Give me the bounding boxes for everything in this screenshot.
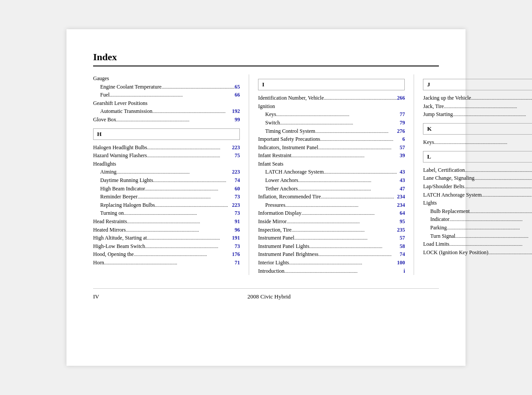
entry-text: Aiming	[100, 168, 117, 176]
entry-number: 43	[399, 176, 405, 185]
entry-number: 73	[235, 193, 240, 201]
list-item: Lap/Shoulder Belts .....................…	[423, 182, 532, 191]
entry-text: Label, Certification	[423, 166, 465, 174]
entry-text: Inside Mirror	[258, 217, 286, 226]
entry-number: 96	[235, 226, 240, 234]
entry-text: Introduction	[258, 267, 284, 275]
entry-number: 71	[235, 259, 240, 267]
entry-text: Reminder Beeper	[100, 193, 137, 201]
entry-number: 60	[235, 185, 240, 193]
list-item: Headlights	[93, 160, 240, 168]
list-item: Jack, Tire .............................…	[423, 102, 532, 111]
entry-number: 6	[402, 135, 405, 143]
list-item: Timing Control System ..................…	[258, 127, 405, 136]
list-item: Indicators, Instrument Panel ...........…	[258, 143, 405, 152]
entry-dots: ........................................…	[155, 201, 232, 209]
entry-text: Automatic Transmission	[100, 107, 153, 116]
footer-left: IV	[93, 293, 99, 300]
entry-dots: ........................................…	[124, 209, 235, 217]
list-item: Pressures ..............................…	[258, 201, 405, 209]
entry-dots: ........................................…	[147, 152, 235, 159]
entry-text: Indicators, Instrument Panel	[258, 143, 318, 152]
entry-text: Halogen Headlight Bulbs	[93, 143, 147, 152]
entry-text: LATCH Anchorage System	[265, 168, 324, 176]
list-item: Engine Coolant Temperature .............…	[93, 83, 240, 91]
list-item: Information Display ....................…	[258, 209, 405, 217]
entry-number: 176	[232, 250, 240, 259]
entry-text: High Beam Indicator	[100, 185, 145, 193]
entry-text: Ignition	[258, 102, 275, 111]
list-item: Ignition	[258, 102, 405, 111]
page: Index GaugesEngine Coolant Temperature .…	[66, 29, 466, 366]
entry-dots: ........................................…	[434, 139, 532, 146]
entry-text: Head Restraints	[93, 217, 127, 226]
list-item: Introduction ...........................…	[258, 267, 405, 275]
entry-number: 266	[397, 94, 405, 102]
title-rule	[93, 66, 439, 66]
list-item: Important Safety Precautions ...........…	[258, 135, 405, 143]
entry-text: Jump Starting	[423, 110, 453, 119]
entry-number: 39	[399, 151, 405, 160]
entry-text: Engine Coolant Temperature	[100, 83, 161, 91]
entry-dots: ........................................…	[104, 259, 235, 267]
content-columns: GaugesEngine Coolant Temperature .......…	[93, 74, 439, 275]
entry-dots: ........................................…	[292, 226, 397, 234]
entry-text: Lap/Shoulder Belts	[423, 182, 464, 191]
entry-number: 79	[399, 119, 405, 127]
entry-number: 95	[399, 217, 405, 226]
list-item: Infant Seats	[258, 160, 405, 168]
section-header: H	[93, 128, 240, 140]
entry-dots: ........................................…	[145, 243, 235, 250]
list-item: Automatic Transmission .................…	[93, 107, 240, 116]
entry-number: 57	[399, 234, 405, 242]
entry-text: Glove Box	[93, 116, 116, 124]
entry-dots: ........................................…	[465, 167, 532, 174]
entry-text: Lane Change, Signaling	[423, 174, 474, 182]
entry-dots: ........................................…	[298, 185, 400, 193]
entry-text: Timing Control System	[265, 127, 315, 136]
entry-dots: ........................................…	[286, 201, 397, 209]
list-item: Heated Mirrors .........................…	[93, 226, 240, 234]
entry-text: Instrument Panel	[258, 234, 294, 242]
list-item: Fuel ...................................…	[93, 91, 240, 99]
entry-text: High Altitude, Starting at	[93, 234, 147, 242]
entry-dots: ........................................…	[449, 240, 532, 248]
list-item: Load Limits ............................…	[423, 240, 532, 248]
list-item: Aiming .................................…	[93, 168, 240, 176]
page-title: Index	[93, 51, 439, 63]
entry-number: 276	[397, 127, 405, 136]
entry-number: 73	[235, 209, 240, 217]
entry-text: Heated Mirrors	[93, 226, 126, 234]
entry-number: 223	[232, 143, 240, 152]
list-item: Interior Lights ........................…	[258, 259, 405, 267]
entry-text: Horn	[93, 259, 104, 267]
entry-dots: ........................................…	[280, 119, 400, 127]
entry-dots: ........................................…	[488, 249, 532, 256]
list-item: Glove Box ..............................…	[93, 116, 240, 124]
entry-text: Turning on	[100, 209, 124, 217]
entry-number: 77	[399, 110, 405, 119]
entry-text: Replacing Halogen Bulbs	[100, 201, 155, 209]
entry-dots: ........................................…	[309, 243, 400, 250]
entry-dots: ........................................…	[474, 174, 532, 182]
entry-text: Infant Restraint	[258, 151, 291, 160]
entry-number: 73	[235, 242, 240, 251]
col1: GaugesEngine Coolant Temperature .......…	[93, 74, 249, 275]
entry-text: Bulb Replacement	[430, 207, 469, 216]
entry-dots: ........................................…	[321, 193, 397, 201]
entry-dots: ........................................…	[481, 191, 532, 199]
entry-text: Gearshift Lever Positions	[93, 99, 148, 108]
section-header: L	[423, 151, 532, 163]
entry-dots: ........................................…	[117, 168, 232, 176]
entry-number: 91	[235, 217, 240, 226]
entry-dots: ........................................…	[110, 91, 235, 99]
entry-dots: ........................................…	[285, 267, 404, 275]
entry-number: i	[403, 267, 405, 275]
entry-text: Switch	[265, 119, 280, 127]
entry-number: 74	[399, 250, 405, 259]
list-item: Instrument Panel .......................…	[258, 234, 405, 242]
list-item: Inspection, Tire .......................…	[258, 226, 405, 234]
list-item: Horn ...................................…	[93, 259, 240, 267]
entry-dots: ........................................…	[447, 224, 532, 232]
list-item: Keys ...................................…	[258, 110, 405, 119]
